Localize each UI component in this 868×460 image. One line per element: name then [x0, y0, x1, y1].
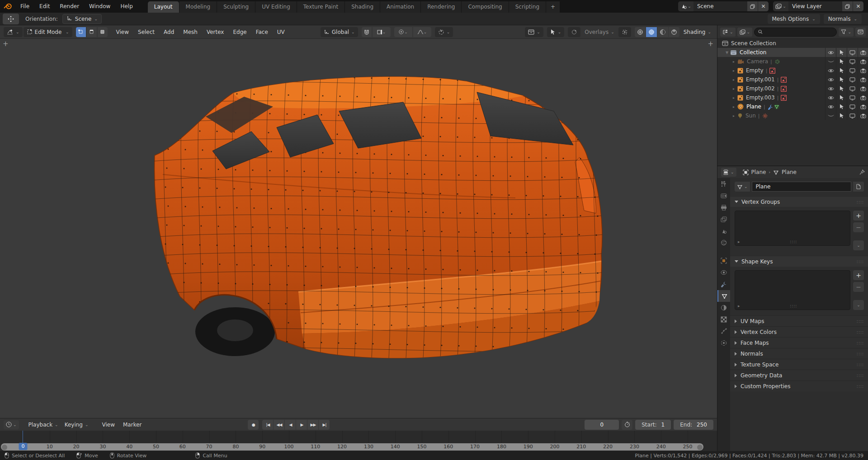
tab-sculpting[interactable]: Sculpting [217, 1, 255, 13]
shading-dropdown[interactable]: Shading ⌄ [680, 27, 714, 37]
mode-dropdown[interactable]: Edit Mode ⌄ [24, 27, 72, 37]
scrollbar-handle-right[interactable] [697, 445, 703, 450]
view-layer-name[interactable]: View Layer [788, 3, 842, 9]
disable-in-renders-toggle[interactable] [858, 93, 868, 102]
shape-key-add-button[interactable]: + [853, 270, 864, 280]
scene-copy-button[interactable] [747, 1, 758, 11]
selectability-dropdown[interactable]: ⌄ [547, 27, 565, 37]
selectable-toggle[interactable] [836, 66, 847, 75]
mesh-id-dropdown[interactable]: ⌄ [735, 182, 750, 192]
timeline-tracks[interactable] [0, 431, 717, 443]
add-workspace-button[interactable]: + [546, 1, 560, 13]
toolbar-expand-icon[interactable]: + [3, 40, 9, 48]
vertex-groups-list[interactable]: ▸:::: [735, 211, 850, 246]
tab-shading[interactable]: Shading [345, 1, 380, 13]
tab-animation[interactable]: Animation [380, 1, 421, 13]
play-button[interactable]: ▶ [296, 420, 307, 430]
timeline-editor-type-dropdown[interactable]: ⌄ [4, 420, 19, 429]
jump-to-start-button[interactable]: |◀ [262, 420, 273, 430]
shape-keys-list[interactable]: ▸:::: [735, 270, 850, 310]
tab-tool-properties[interactable] [717, 178, 730, 190]
drag-handle[interactable]: :::: [857, 373, 864, 378]
editor-type-dropdown[interactable]: ⌄ [4, 27, 23, 37]
menu-face[interactable]: Face [252, 27, 272, 37]
edge-select-button[interactable] [87, 27, 97, 37]
view-layer-delete-button[interactable]: ✕ [853, 1, 863, 11]
pivot-point-dropdown[interactable]: ⌄ [435, 27, 453, 37]
play-reverse-button[interactable]: ◀ [285, 420, 296, 430]
vertex-group-add-button[interactable]: + [853, 211, 864, 221]
object-types-visibility-dropdown[interactable]: ⌄ [525, 27, 543, 37]
tab-scripting[interactable]: Scripting [509, 1, 546, 13]
hide-in-viewport-toggle[interactable] [825, 102, 836, 111]
selectable-toggle[interactable] [836, 84, 847, 93]
next-keyframe-button[interactable]: ▶▶ [307, 420, 318, 430]
scene-delete-button[interactable]: ✕ [758, 1, 769, 11]
disclosure-triangle-icon[interactable]: ▸ [733, 114, 737, 118]
disclosure-triangle-icon[interactable]: ▼ [726, 51, 730, 55]
tab-particle-properties[interactable] [717, 325, 730, 337]
panel-header-vertex-colors[interactable]: Vertex Colors :::: [730, 326, 868, 337]
menu-select[interactable]: Select [134, 27, 159, 37]
tab-physics-sim-properties[interactable] [717, 337, 730, 349]
outliner-row-empty-001[interactable]: ▸ Empty.001 | [717, 75, 868, 84]
overlays-dropdown[interactable]: Overlays ⌄ [581, 27, 617, 37]
hide-in-viewport-toggle[interactable] [825, 48, 836, 57]
pin-icon[interactable] [859, 169, 865, 175]
normals-dropdown[interactable]: Normals ⌄ [824, 14, 862, 24]
list-filter-toggle[interactable]: ▸ [738, 239, 740, 244]
viewport-3d[interactable]: + + [0, 39, 717, 418]
frame-end-field[interactable]: End: 250 [674, 420, 713, 430]
outliner-row-scene-collection[interactable]: Scene Collection [717, 39, 868, 48]
menu-render[interactable]: Render [55, 1, 84, 11]
hide-in-viewport-toggle[interactable] [825, 75, 836, 84]
disable-in-renders-toggle[interactable] [858, 66, 868, 75]
tab-compositing[interactable]: Compositing [462, 1, 509, 13]
wireframe-shading-button[interactable] [635, 27, 646, 37]
breadcrumb-data[interactable]: Plane [782, 169, 797, 175]
blender-logo-icon[interactable] [0, 3, 15, 10]
scene-icon[interactable]: ⌄ [678, 1, 693, 11]
hide-in-viewport-toggle[interactable] [825, 57, 836, 66]
panel-header-vertex-groups[interactable]: Vertex Groups :::: [730, 196, 868, 207]
disclosure-triangle-icon[interactable]: ▸ [733, 96, 737, 100]
menu-file[interactable]: File [15, 1, 34, 11]
panel-header-normals[interactable]: Normals :::: [730, 348, 868, 359]
view-layer-icon[interactable]: ⌄ [773, 1, 788, 11]
menu-view[interactable]: View [112, 27, 133, 37]
selectable-toggle[interactable] [836, 48, 847, 57]
tab-object-data-properties[interactable] [717, 290, 730, 302]
properties-editor-type-dropdown[interactable]: ⌄ [721, 168, 736, 177]
transform-orientation-dropdown[interactable]: Global ⌄ [321, 27, 358, 37]
timeline-ruler[interactable]: 0102030405060708090100110120130140150160… [0, 443, 717, 451]
menu-window[interactable]: Window [84, 1, 115, 11]
tab-material-properties[interactable] [717, 302, 730, 314]
view-layer-copy-button[interactable] [842, 1, 853, 11]
hide-in-viewports-toggle[interactable] [847, 48, 858, 57]
panel-header-face-maps[interactable]: Face Maps :::: [730, 337, 868, 348]
menu-help[interactable]: Help [115, 1, 137, 11]
drag-handle[interactable]: :::: [857, 384, 864, 389]
drag-handle[interactable]: :::: [857, 259, 864, 264]
disable-in-renders-toggle[interactable] [858, 102, 868, 111]
outliner-row-empty-002[interactable]: ▸ Empty.002 | [717, 84, 868, 93]
current-frame-indicator[interactable]: 0 [19, 443, 28, 450]
list-filter-toggle[interactable]: ▸ [738, 304, 740, 308]
hide-in-viewports-toggle[interactable] [847, 84, 858, 93]
panel-header-geometry-data[interactable]: Geometry Data :::: [730, 370, 868, 380]
scene-name[interactable]: Scene [693, 3, 747, 9]
timeline-scrollbar[interactable] [1, 443, 703, 451]
falloff-dropdown[interactable]: ⌄ [413, 27, 431, 37]
selectable-toggle[interactable] [836, 57, 847, 66]
disable-in-renders-toggle[interactable] [858, 75, 868, 84]
disable-in-renders-toggle[interactable] [858, 84, 868, 93]
frame-start-field[interactable]: Start: 1 [635, 420, 671, 430]
hide-in-viewports-toggle[interactable] [847, 102, 858, 111]
material-preview-shading-button[interactable] [657, 27, 668, 37]
selectable-toggle[interactable] [836, 102, 847, 111]
hide-in-viewport-toggle[interactable] [825, 111, 836, 120]
disable-in-renders-toggle[interactable] [858, 111, 868, 120]
drag-handle[interactable]: :::: [857, 200, 864, 204]
face-select-button[interactable] [98, 27, 108, 37]
drag-handle[interactable]: :::: [857, 330, 864, 334]
